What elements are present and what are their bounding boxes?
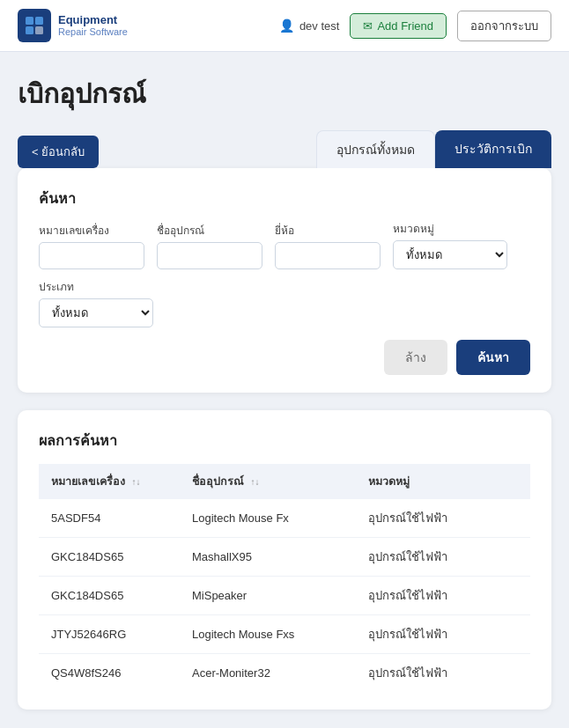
search-button[interactable]: ค้นหา bbox=[456, 340, 530, 375]
sort-serial-icon: ↑↓ bbox=[131, 477, 140, 487]
type-label: ประเภท bbox=[39, 278, 153, 295]
btn-row: ล้าง ค้นหา bbox=[39, 340, 530, 375]
cell-group: อุปกรณ์ใช้ไฟฟ้า bbox=[356, 615, 530, 654]
results-table: หมายเลขเครื่อง ↑↓ ชื่ออุปกรณ์ ↑↓ หมวดหมู… bbox=[39, 464, 530, 692]
name-label: ชื่ออุปกรณ์ bbox=[157, 222, 262, 239]
add-friend-button[interactable]: ✉ Add Friend bbox=[350, 13, 447, 39]
table-row: GKC184DS65MashallX95อุปกรณ์ใช้ไฟฟ้า bbox=[39, 538, 530, 577]
serial-group: หมายเลขเครื่อง bbox=[39, 222, 144, 269]
header: Equipment Repair Software 👤 dev test ✉ A… bbox=[0, 0, 569, 52]
group-group: หมวดหมู่ ทั้งหมด อุปกรณ์ใช้ไฟฟ้า bbox=[393, 220, 507, 269]
serial-label: หมายเลขเครื่อง bbox=[39, 222, 144, 239]
logo-line1: Equipment bbox=[58, 13, 128, 27]
cell-name: Logitech Mouse Fx bbox=[180, 499, 356, 538]
logout-button[interactable]: ออกจากระบบ bbox=[457, 11, 551, 41]
add-friend-label: Add Friend bbox=[377, 19, 433, 33]
tab-all-label: อุปกรณ์ทั้งหมด bbox=[336, 143, 415, 157]
cell-name: MiSpeaker bbox=[180, 577, 356, 615]
logout-label: ออกจากระบบ bbox=[470, 19, 538, 33]
cell-serial: 5ASDF54 bbox=[39, 499, 180, 538]
name-input[interactable] bbox=[157, 242, 262, 269]
cell-serial: QS4W8fS246 bbox=[39, 654, 180, 693]
user-name: dev test bbox=[299, 19, 340, 33]
results-title: ผลการค้นหา bbox=[39, 430, 530, 452]
cell-group: อุปกรณ์ใช้ไฟฟ้า bbox=[356, 538, 530, 577]
cell-name: MashallX95 bbox=[180, 538, 356, 577]
results-card: ผลการค้นหา หมายเลขเครื่อง ↑↓ ชื่ออุปกรณ์… bbox=[18, 410, 551, 710]
col-header-group: หมวดหมู่ bbox=[356, 464, 530, 499]
logo: Equipment Repair Software bbox=[18, 9, 128, 42]
clear-button[interactable]: ล้าง bbox=[384, 340, 447, 375]
group-select[interactable]: ทั้งหมด อุปกรณ์ใช้ไฟฟ้า bbox=[393, 240, 507, 269]
brand-label: ยี่ห้อ bbox=[275, 222, 381, 239]
brand-group: ยี่ห้อ bbox=[275, 222, 381, 269]
cell-name: Logitech Mouse Fxs bbox=[180, 615, 356, 654]
search-label: ค้นหา bbox=[477, 350, 509, 364]
table-header-row: หมายเลขเครื่อง ↑↓ ชื่ออุปกรณ์ ↑↓ หมวดหมู… bbox=[39, 464, 530, 499]
col-header-name[interactable]: ชื่ออุปกรณ์ ↑↓ bbox=[180, 464, 356, 499]
tab-history[interactable]: ประวัติการเบิก bbox=[435, 130, 551, 168]
col-serial-label: หมายเลขเครื่อง bbox=[51, 475, 125, 488]
serial-input[interactable] bbox=[39, 242, 144, 269]
cell-serial: GKC184DS65 bbox=[39, 577, 180, 615]
cell-name: Acer-Moniter32 bbox=[180, 654, 356, 693]
table-row: GKC184DS65MiSpeakerอุปกรณ์ใช้ไฟฟ้า bbox=[39, 577, 530, 615]
results-tbody: 5ASDF54Logitech Mouse Fxอุปกรณ์ใช้ไฟฟ้าG… bbox=[39, 499, 530, 692]
tab-history-label: ประวัติการเบิก bbox=[454, 142, 532, 156]
tabs: อุปกรณ์ทั้งหมด ประวัติการเบิก bbox=[316, 130, 551, 168]
tab-all-equipment[interactable]: อุปกรณ์ทั้งหมด bbox=[316, 130, 435, 168]
brand-input[interactable] bbox=[275, 242, 381, 269]
svg-rect-1 bbox=[35, 17, 43, 25]
user-info: 👤 dev test bbox=[279, 18, 340, 33]
logo-line2: Repair Software bbox=[58, 26, 128, 38]
back-label: < ย้อนกลับ bbox=[32, 143, 85, 161]
search-form-row1: หมายเลขเครื่อง ชื่ออุปกรณ์ ยี่ห้อ หมวดหม… bbox=[39, 220, 530, 269]
search-card: ค้นหา หมายเลขเครื่อง ชื่ออุปกรณ์ ยี่ห้อ … bbox=[18, 168, 551, 393]
search-form-row2: ประเภท ทั้งหมด bbox=[39, 278, 530, 327]
svg-rect-3 bbox=[35, 26, 43, 34]
col-header-serial[interactable]: หมายเลขเครื่อง ↑↓ bbox=[39, 464, 180, 499]
main-content: เบิกอุปกรณ์ < ย้อนกลับ อุปกรณ์ทั้งหมด ปร… bbox=[0, 52, 569, 728]
results-table-wrap: หมายเลขเครื่อง ↑↓ ชื่ออุปกรณ์ ↑↓ หมวดหมู… bbox=[39, 464, 530, 692]
page-title: เบิกอุปกรณ์ bbox=[18, 73, 551, 114]
back-button[interactable]: < ย้อนกลับ bbox=[18, 136, 99, 168]
svg-rect-0 bbox=[26, 17, 33, 25]
cell-group: อุปกรณ์ใช้ไฟฟ้า bbox=[356, 577, 530, 615]
name-group: ชื่ออุปกรณ์ bbox=[157, 222, 262, 269]
cell-group: อุปกรณ์ใช้ไฟฟ้า bbox=[356, 499, 530, 538]
clear-label: ล้าง bbox=[405, 350, 426, 364]
sort-name-icon: ↑↓ bbox=[250, 477, 259, 487]
type-group: ประเภท ทั้งหมด bbox=[39, 278, 153, 327]
cell-group: อุปกรณ์ใช้ไฟฟ้า bbox=[356, 654, 530, 693]
table-row: 5ASDF54Logitech Mouse Fxอุปกรณ์ใช้ไฟฟ้า bbox=[39, 499, 530, 538]
table-row: QS4W8fS246Acer-Moniter32อุปกรณ์ใช้ไฟฟ้า bbox=[39, 654, 530, 693]
svg-rect-2 bbox=[26, 26, 33, 34]
type-select[interactable]: ทั้งหมด bbox=[39, 298, 153, 327]
cell-serial: GKC184DS65 bbox=[39, 538, 180, 577]
user-icon: 👤 bbox=[279, 18, 294, 33]
table-row: JTYJ52646RGLogitech Mouse Fxsอุปกรณ์ใช้ไ… bbox=[39, 615, 530, 654]
add-friend-icon: ✉ bbox=[363, 19, 373, 33]
col-name-label: ชื่ออุปกรณ์ bbox=[192, 475, 244, 488]
logo-icon bbox=[18, 9, 51, 42]
group-label: หมวดหมู่ bbox=[393, 220, 507, 237]
tabs-row: < ย้อนกลับ อุปกรณ์ทั้งหมด ประวัติการเบิก bbox=[18, 130, 551, 168]
search-title: ค้นหา bbox=[39, 188, 530, 210]
cell-serial: JTYJ52646RG bbox=[39, 615, 180, 654]
logo-text: Equipment Repair Software bbox=[58, 13, 128, 39]
col-group-label: หมวดหมู่ bbox=[368, 475, 410, 488]
